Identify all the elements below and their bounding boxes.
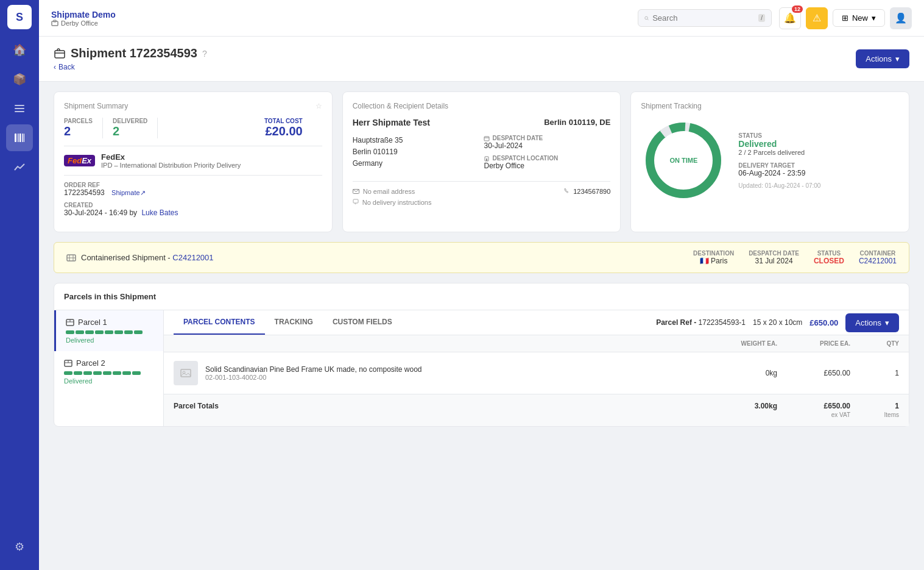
chevron-down-icon: ▾ — [885, 318, 889, 327]
brand-name: Shipmate Demo — [51, 10, 630, 20]
parcel-actions-button[interactable]: Actions ▾ — [845, 313, 899, 332]
tracking-updated: Updated: 01-Aug-2024 - 07:00 — [738, 182, 899, 189]
status-label: STATUS — [738, 132, 899, 139]
building-icon — [484, 155, 490, 162]
container-link[interactable]: C24212001 — [172, 253, 213, 262]
parcel-detail: PARCEL CONTENTS TRACKING CUSTOM FIELDS P… — [164, 310, 909, 426]
svg-point-10 — [645, 16, 648, 20]
back-button[interactable]: ‹ Back — [54, 63, 207, 71]
container-destination: DESTINATION 🇫🇷 Paris — [693, 250, 734, 265]
topbar-icons: 🔔 12 ⚠ ⊞ New ▾ 👤 — [779, 7, 912, 29]
delivery-target-value: 06-Aug-2024 - 23:59 — [738, 169, 899, 177]
created-by-link[interactable]: Luke Bates — [141, 208, 178, 217]
shipmate-link[interactable]: Shipmate↗ — [111, 189, 145, 196]
sidebar-item-box[interactable]: 📦 — [6, 66, 33, 93]
tab-tracking[interactable]: TRACKING — [265, 310, 323, 335]
parcels-section-title: Parcels in this Shipment — [54, 283, 909, 310]
new-button[interactable]: ⊞ New ▾ — [833, 9, 885, 27]
page-title: Shipment 1722354593 — [71, 46, 197, 60]
search-bar[interactable]: / — [638, 9, 772, 27]
delivered-stat: DELIVERED 2 — [113, 118, 158, 138]
shipment-summary-card: Shipment Summary ☆ PARCELS 2 DELIVERED 2… — [54, 91, 333, 232]
recipient-location: Berlin 010119, DE — [544, 118, 610, 127]
topbar: Shipmate Demo Derby Office / 🔔 12 ⚠ ⊞ Ne… — [39, 0, 924, 37]
summary-stats: PARCELS 2 DELIVERED 2 TOTAL COST £20.00 — [64, 118, 322, 138]
tracking-card: Shipment Tracking ON T — [630, 91, 909, 232]
parcel-tabs: PARCEL CONTENTS TRACKING CUSTOM FIELDS P… — [164, 310, 909, 335]
container-id-meta: CONTAINER C24212001 — [859, 250, 897, 265]
card-title-recipient: Collection & Recipient Details — [353, 102, 611, 110]
notifications-button[interactable]: 🔔 12 — [779, 7, 801, 29]
sidebar-item-barcode[interactable] — [6, 124, 33, 151]
tracking-info: STATUS Delivered 2 / 2 Parcels delivered… — [738, 132, 899, 189]
sidebar-item-home[interactable]: 🏠 — [6, 37, 33, 63]
search-shortcut: / — [758, 14, 765, 22]
parcel-2-progress — [64, 371, 153, 375]
sidebar-item-list[interactable] — [6, 95, 33, 122]
recipient-address: Hauptstraße 35 Berlin 010119 Germany — [353, 135, 479, 175]
table-row: Solid Scandinavian Pine Bed Frame UK mad… — [164, 352, 909, 394]
sidebar-item-analytics[interactable] — [6, 154, 33, 180]
notifications-badge: 12 — [792, 5, 803, 13]
help-icon[interactable]: ? — [202, 49, 207, 59]
svg-rect-3 — [15, 134, 16, 142]
search-icon — [644, 14, 649, 23]
svg-rect-0 — [15, 105, 24, 106]
parcel-item-2[interactable]: Parcel 2 Delivered — [54, 351, 163, 392]
svg-line-11 — [647, 19, 649, 20]
star-icon[interactable]: ☆ — [316, 102, 322, 110]
container-banner: Containerised Shipment - C24212001 DESTI… — [54, 242, 909, 273]
main-area: Shipmate Demo Derby Office / 🔔 12 ⚠ ⊞ Ne… — [39, 0, 924, 570]
sidebar: S 🏠 📦 ⚙ — [0, 0, 39, 570]
recipient-name: Herr Shipmate Test — [353, 118, 430, 127]
app-logo[interactable]: S — [7, 5, 32, 29]
card-title-tracking: Shipment Tracking — [641, 102, 899, 110]
page-content: Shipment 1722354593 ? ‹ Back Actions ▾ S… — [39, 37, 924, 570]
svg-rect-12 — [55, 51, 65, 58]
svg-rect-17 — [486, 159, 487, 161]
carrier-row: FedEx FedEx IPD – International Distribu… — [64, 146, 322, 176]
item-image — [174, 361, 198, 385]
phone-icon — [563, 188, 570, 194]
recipient-body: Hauptstraße 35 Berlin 010119 Germany DES… — [353, 135, 611, 175]
svg-rect-19 — [353, 199, 358, 203]
tab-parcel-contents[interactable]: PARCEL CONTENTS — [174, 310, 265, 335]
order-ref-row: ORDER REF 1722354593 Shipmate↗ — [64, 182, 322, 197]
email-icon — [353, 189, 359, 194]
donut-label: ON TIME — [669, 157, 697, 164]
flag-france: 🇫🇷 — [700, 257, 709, 265]
tab-custom-fields[interactable]: CUSTOM FIELDS — [323, 310, 402, 335]
svg-rect-4 — [18, 134, 19, 142]
recipient-meta: DESPATCH DATE 30-Jul-2024 DESPATCH LOCAT… — [484, 135, 610, 175]
brand-sub: Derby Office — [51, 20, 630, 27]
parcels-stat: PARCELS 2 — [64, 118, 103, 138]
new-icon: ⊞ — [842, 13, 848, 23]
container-banner-right: DESTINATION 🇫🇷 Paris DESPATCH DATE 31 Ju… — [693, 250, 897, 265]
alerts-button[interactable]: ⚠ — [806, 7, 828, 29]
cost-stat: TOTAL COST £20.00 — [264, 118, 312, 138]
search-input[interactable] — [652, 13, 755, 23]
parcels-delivered: 2 / 2 Parcels delivered — [738, 149, 899, 156]
svg-rect-2 — [15, 111, 24, 112]
svg-rect-7 — [24, 134, 24, 142]
parcel-item-1[interactable]: Parcel 1 Delivered — [54, 310, 163, 351]
comment-icon — [353, 199, 359, 205]
user-avatar[interactable]: 👤 — [890, 7, 912, 29]
donut-chart: ON TIME — [641, 118, 726, 203]
svg-rect-34 — [181, 369, 191, 377]
page-header: Shipment 1722354593 ? ‹ Back Actions ▾ — [39, 37, 924, 82]
recipient-card: Collection & Recipient Details Herr Ship… — [342, 91, 621, 232]
parcels-body: Parcel 1 Delivered — [54, 310, 909, 426]
svg-rect-6 — [23, 134, 24, 142]
container-icon — [66, 253, 76, 263]
container-status: STATUS CLOSED — [814, 250, 844, 265]
chevron-down-icon: ▾ — [872, 13, 876, 23]
parcel-icon — [66, 318, 74, 327]
parcels-section: Parcels in this Shipment Parcel 1 — [54, 283, 909, 427]
status-value: Delivered — [738, 139, 899, 149]
calendar-icon — [484, 135, 490, 141]
parcel-tab-right: Parcel Ref - 1722354593-1 15 x 20 x 10cm… — [656, 313, 899, 332]
settings-icon[interactable]: ⚙ — [6, 533, 33, 560]
parcel-list: Parcel 1 Delivered — [54, 310, 164, 426]
actions-button[interactable]: Actions ▾ — [856, 49, 909, 68]
